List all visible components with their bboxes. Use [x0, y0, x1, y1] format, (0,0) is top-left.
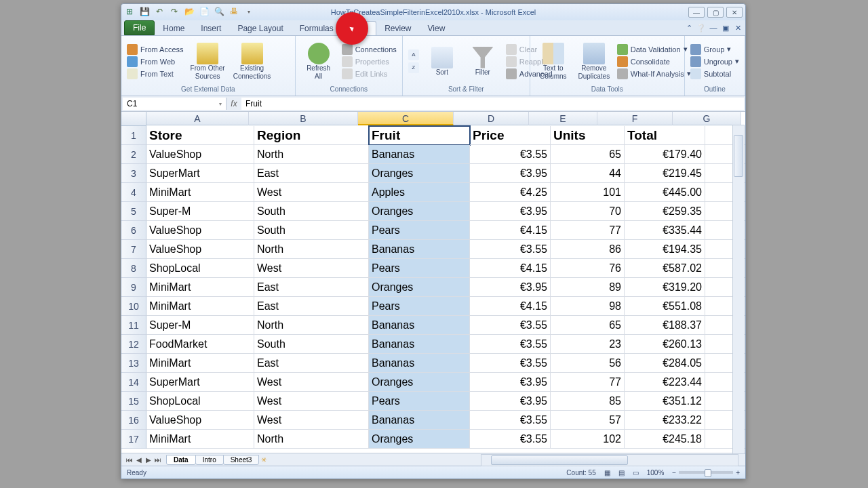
- tab-home[interactable]: Home: [155, 22, 193, 35]
- cell-E16[interactable]: 57: [551, 411, 625, 430]
- zoom-level[interactable]: 100%: [647, 469, 665, 476]
- cell-D9[interactable]: €3.95: [470, 278, 551, 297]
- hscroll-thumb[interactable]: [491, 455, 628, 465]
- cell-A1[interactable]: Store: [146, 126, 254, 145]
- cell-E15[interactable]: 85: [551, 392, 625, 411]
- preview-icon[interactable]: 🔍: [214, 6, 224, 17]
- cell-F7[interactable]: €194.35: [625, 240, 705, 259]
- tab-insert[interactable]: Insert: [193, 22, 229, 35]
- cell-D4[interactable]: €4.25: [470, 183, 551, 202]
- cell-D2[interactable]: €3.55: [470, 145, 551, 164]
- column-header-D[interactable]: D: [454, 112, 529, 125]
- sheet-nav[interactable]: ⏮◀▶⏭: [125, 456, 162, 464]
- view-layout-icon[interactable]: ▤: [618, 469, 625, 476]
- view-normal-icon[interactable]: ▦: [604, 469, 610, 476]
- cell-E11[interactable]: 65: [551, 316, 625, 335]
- zoom-slider[interactable]: − +: [672, 469, 740, 476]
- cell-D8[interactable]: €4.15: [470, 259, 551, 278]
- cell-A14[interactable]: SuperMart: [146, 373, 254, 392]
- tab-view[interactable]: View: [420, 22, 454, 35]
- cell-F1[interactable]: Total: [625, 126, 705, 145]
- row-header[interactable]: 13: [121, 354, 146, 373]
- cell-C11[interactable]: Bananas: [369, 316, 470, 335]
- vertical-scrollbar[interactable]: [732, 125, 745, 454]
- namebox-dropdown-icon[interactable]: ▾: [219, 101, 222, 107]
- ribbon-minimize-icon[interactable]: ⌃: [684, 23, 694, 33]
- cell-C7[interactable]: Bananas: [369, 240, 470, 259]
- sort-za-button[interactable]: Z: [407, 62, 420, 74]
- cell-F13[interactable]: €284.05: [625, 354, 705, 373]
- column-header-G[interactable]: G: [673, 112, 741, 125]
- row-header[interactable]: 4: [121, 183, 146, 202]
- cell-B11[interactable]: North: [254, 316, 369, 335]
- what-if-button[interactable]: What-If Analysis ▾: [616, 68, 692, 80]
- view-break-icon[interactable]: ▭: [633, 469, 639, 476]
- print-icon[interactable]: 🖶: [229, 6, 239, 17]
- cell-B12[interactable]: South: [254, 335, 369, 354]
- cell-C9[interactable]: Oranges: [369, 278, 470, 297]
- ungroup-button[interactable]: Ungroup ▾: [689, 56, 741, 68]
- cell-A9[interactable]: MiniMart: [146, 278, 254, 297]
- name-box[interactable]: C1▾: [123, 98, 226, 110]
- maximize-button[interactable]: ▢: [707, 7, 724, 18]
- cell-F2[interactable]: €179.40: [625, 145, 705, 164]
- cell-B10[interactable]: East: [254, 297, 369, 316]
- cell-B4[interactable]: West: [254, 183, 369, 202]
- cell-C10[interactable]: Pears: [369, 297, 470, 316]
- select-all-corner[interactable]: [121, 112, 146, 126]
- cell-F12[interactable]: €260.13: [625, 335, 705, 354]
- cell-F5[interactable]: €259.35: [625, 202, 705, 221]
- cell-B3[interactable]: East: [254, 164, 369, 183]
- zoom-in-icon[interactable]: +: [736, 469, 740, 476]
- zoom-out-icon[interactable]: −: [672, 469, 676, 476]
- sort-az-button[interactable]: A: [407, 49, 420, 61]
- cell-F11[interactable]: €188.37: [625, 316, 705, 335]
- cell-D16[interactable]: €3.55: [470, 411, 551, 430]
- cell-C15[interactable]: Pears: [369, 392, 470, 411]
- cell-E1[interactable]: Units: [551, 126, 625, 145]
- cell-E7[interactable]: 86: [551, 240, 625, 259]
- cell-F10[interactable]: €551.08: [625, 297, 705, 316]
- cell-F6[interactable]: €335.44: [625, 221, 705, 240]
- cell-B17[interactable]: North: [254, 430, 369, 449]
- cell-B6[interactable]: South: [254, 221, 369, 240]
- cell-C13[interactable]: Bananas: [369, 354, 470, 373]
- cell-B1[interactable]: Region: [254, 126, 369, 145]
- cell-A17[interactable]: MiniMart: [146, 430, 254, 449]
- cell-F8[interactable]: €587.02: [625, 259, 705, 278]
- cell-C5[interactable]: Oranges: [369, 202, 470, 221]
- cell-E6[interactable]: 77: [551, 221, 625, 240]
- cell-E10[interactable]: 98: [551, 297, 625, 316]
- cell-B13[interactable]: East: [254, 354, 369, 373]
- column-header-B[interactable]: B: [249, 112, 358, 125]
- cell-E2[interactable]: 65: [551, 145, 625, 164]
- vscroll-thumb[interactable]: [734, 135, 743, 177]
- cell-B16[interactable]: West: [254, 411, 369, 430]
- cell-D3[interactable]: €3.95: [470, 164, 551, 183]
- cell-C1[interactable]: Fruit: [369, 126, 470, 145]
- cell-F3[interactable]: €219.45: [625, 164, 705, 183]
- cell-E4[interactable]: 101: [551, 183, 625, 202]
- cell-C4[interactable]: Apples: [369, 183, 470, 202]
- close-button[interactable]: ✕: [726, 7, 743, 18]
- fx-icon[interactable]: fx: [228, 99, 240, 108]
- row-header[interactable]: 12: [121, 335, 146, 354]
- help-icon[interactable]: ❔: [696, 23, 706, 33]
- row-header[interactable]: 6: [121, 221, 146, 240]
- cell-C16[interactable]: Bananas: [369, 411, 470, 430]
- cell-D10[interactable]: €4.15: [470, 297, 551, 316]
- sheet-tab-intro[interactable]: Intro: [195, 455, 224, 465]
- cell-C3[interactable]: Oranges: [369, 164, 470, 183]
- cell-E3[interactable]: 44: [551, 164, 625, 183]
- column-header-A[interactable]: A: [146, 112, 249, 125]
- cell-B7[interactable]: North: [254, 240, 369, 259]
- refresh-all-button[interactable]: Refresh All: [300, 41, 338, 82]
- cell-A5[interactable]: Super-M: [146, 202, 254, 221]
- cell-F4[interactable]: €445.00: [625, 183, 705, 202]
- sheet-tab-data[interactable]: Data: [166, 455, 196, 465]
- data-validation-button[interactable]: Data Validation ▾: [616, 43, 692, 56]
- cell-C8[interactable]: Pears: [369, 259, 470, 278]
- cell-D7[interactable]: €3.55: [470, 240, 551, 259]
- cell-E17[interactable]: 102: [551, 430, 625, 449]
- row-header[interactable]: 9: [121, 278, 146, 297]
